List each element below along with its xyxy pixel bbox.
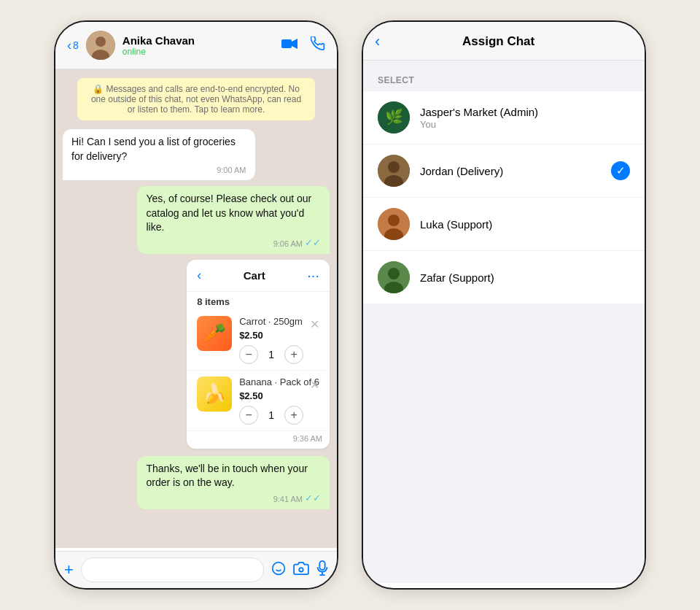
message-text: Yes, of course! Please check out our cat… [146,192,321,235]
agent-item-jasper[interactable]: 🌿 Jasper's Market (Admin) You [363,91,645,144]
agent-item-jordan[interactable]: Jordan (Delivery) ✓ [363,144,645,198]
agent-info-jasper: Jasper's Market (Admin) You [420,106,630,130]
qty-increase-button[interactable]: + [284,406,303,425]
contact-status: online [122,47,274,57]
time-row: 9:41 AM ✓✓ [146,493,321,503]
assign-back-button[interactable]: ‹ [375,32,380,51]
cart-item-banana: 🍌 Banana · Pack of 6 $2.50 − 1 + ✕ [187,371,330,431]
svg-point-15 [388,161,400,173]
cart-time: 9:36 AM [187,431,330,449]
agent-avatar-jasper: 🌿 [378,101,410,134]
selected-check-icon: ✓ [611,161,630,180]
carrot-image: 🥕 [197,316,232,351]
cart-items-count: 8 items [187,292,330,310]
message-incoming-1: Hi! Can I send you a list of groceries f… [63,129,255,180]
agent-info-jordan: Jordan (Delivery) [420,165,601,177]
contact-info: Anika Chavan online [122,34,274,57]
agent-sub: You [420,119,630,130]
svg-point-21 [388,268,400,279]
qty-value: 1 [265,409,277,421]
cart-item-name: Carrot · 250gm [239,316,319,328]
time-row: 9:06 AM ✓✓ [146,237,321,248]
cart-menu-button[interactable]: ··· [307,267,319,284]
agent-name: Zafar (Support) [420,271,630,284]
cart-header: ‹ Cart ··· [187,260,330,292]
qty-increase-button[interactable]: + [284,345,303,364]
cart-item-carrot: 🥕 Carrot · 250gm $2.50 − 1 + ✕ [187,310,330,371]
assign-body: SELECT 🌿 Jasper's Market (Admin) You [363,61,645,583]
cart-item-name: Banana · Pack of 6 [239,377,319,389]
read-receipt-icon: ✓✓ [305,493,321,503]
agent-avatar-luka [378,208,410,240]
camera-icon[interactable] [293,562,309,579]
assign-header: ‹ Assign Chat [363,22,645,61]
avatar-image [86,31,115,60]
read-receipt-icon: ✓✓ [305,237,321,248]
remove-item-button[interactable]: ✕ [310,378,319,392]
phones-container: ‹ 8 Anika Chavan online [54,20,646,590]
message-outgoing-1: Yes, of course! Please check out our cat… [137,186,330,254]
cart-item-price: $2.50 [239,330,319,341]
banana-image: 🍌 [197,377,232,412]
back-button[interactable]: ‹ 8 [67,38,79,53]
agent-name: Luka (Support) [420,218,630,231]
cart-title: Cart [244,269,265,282]
agent-name: Jasper's Market (Admin) [420,106,630,118]
section-label: SELECT [363,61,645,91]
assign-title: Assign Chat [389,34,608,49]
encryption-notice: 🔒 Messages and calls are end-to-end encr… [77,78,315,120]
svg-point-8 [299,568,303,571]
qty-decrease-button[interactable]: − [239,345,258,364]
contact-name: Anika Chavan [122,34,274,47]
message-outgoing-2: Thanks, we'll be in touch when your orde… [137,456,330,509]
header-icons [281,36,325,55]
message-text: Hi! Can I send you a list of groceries f… [71,135,246,163]
left-phone: ‹ 8 Anika Chavan online [54,20,338,590]
video-call-icon[interactable] [281,36,298,55]
agent-name: Jordan (Delivery) [420,165,601,177]
message-text: Thanks, we'll be in touch when your orde… [146,462,321,490]
qty-value: 1 [265,349,277,360]
cart-item-qty: − 1 + [239,345,319,364]
cart-card: ‹ Cart ··· 8 items 🥕 Carrot · 250gm $2.5… [187,260,330,449]
svg-marker-4 [292,39,298,49]
cart-item-info: Banana · Pack of 6 $2.50 − 1 + [239,377,319,425]
unread-count: 8 [73,39,79,51]
svg-rect-3 [281,39,292,48]
qty-decrease-button[interactable]: − [239,406,258,425]
chat-body: 🔒 Messages and calls are end-to-end encr… [55,69,337,548]
attach-button[interactable]: + [64,560,74,579]
cart-item-price: $2.50 [239,390,319,401]
agent-info-zafar: Zafar (Support) [420,271,630,284]
cart-item-info: Carrot · 250gm $2.50 − 1 + [239,316,319,364]
message-time: 9:06 AM [273,239,303,248]
agent-list: 🌿 Jasper's Market (Admin) You [363,91,645,304]
agent-item-luka[interactable]: Luka (Support) [363,198,645,251]
cart-item-qty: − 1 + [239,406,319,425]
right-phone: ‹ Assign Chat SELECT 🌿 Jasper's Market (… [362,20,646,590]
sticker-icon[interactable] [271,561,286,579]
agent-info-luka: Luka (Support) [420,218,630,231]
remove-item-button[interactable]: ✕ [310,317,319,331]
cart-back-button[interactable]: ‹ [197,268,201,283]
mic-icon[interactable] [316,560,328,580]
svg-rect-9 [319,560,324,569]
chevron-left-icon: ‹ [67,38,71,53]
svg-point-18 [388,215,400,226]
phone-call-icon[interactable] [311,36,325,55]
agent-item-zafar[interactable]: Zafar (Support) [363,251,645,304]
message-time: 9:00 AM [71,166,246,174]
svg-text:🌿: 🌿 [385,108,403,126]
message-time: 9:41 AM [273,495,303,503]
chat-input-bar: + [55,551,337,588]
agent-avatar-jordan [378,155,410,187]
chat-header: ‹ 8 Anika Chavan online [55,22,337,69]
svg-point-1 [96,36,106,47]
message-input[interactable] [81,557,264,582]
agent-avatar-zafar [378,261,410,293]
svg-point-5 [273,562,285,574]
avatar [86,31,115,60]
